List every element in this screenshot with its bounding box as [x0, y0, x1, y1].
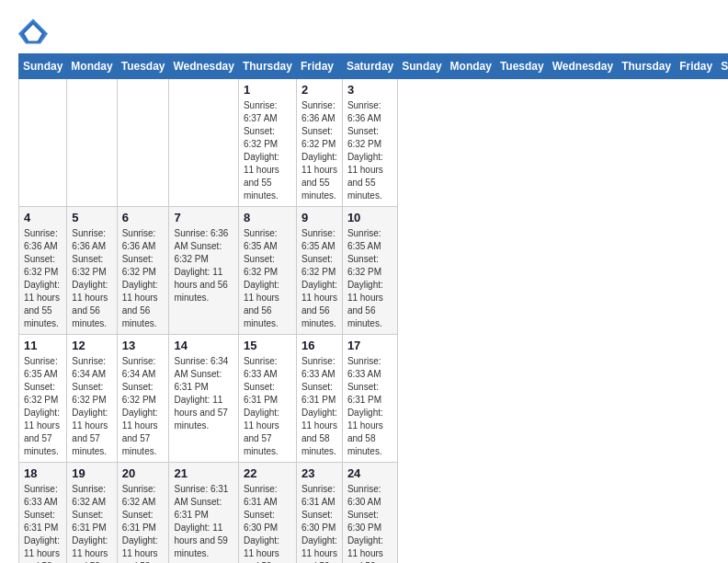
day-of-week-header: Saturday: [342, 54, 397, 79]
day-number: 22: [244, 466, 291, 480]
calendar-day-cell: [67, 79, 117, 207]
day-of-week-header: Monday: [446, 54, 495, 79]
day-number: 10: [347, 211, 392, 224]
calendar-day-cell: 6Sunrise: 6:36 AM Sunset: 6:32 PM Daylig…: [117, 207, 169, 335]
calendar-day-cell: 1Sunrise: 6:37 AM Sunset: 6:32 PM Daylig…: [238, 79, 296, 207]
day-number: 7: [174, 211, 233, 224]
calendar-day-cell: 23Sunrise: 6:31 AM Sunset: 6:30 PM Dayli…: [296, 463, 342, 564]
day-number: 21: [174, 466, 233, 480]
calendar-day-cell: 24Sunrise: 6:30 AM Sunset: 6:30 PM Dayli…: [342, 463, 397, 564]
day-number: 1: [244, 83, 291, 97]
day-info: Sunrise: 6:30 AM Sunset: 6:30 PM Dayligh…: [347, 483, 392, 563]
calendar-day-cell: 19Sunrise: 6:32 AM Sunset: 6:31 PM Dayli…: [67, 463, 117, 564]
day-info: Sunrise: 6:32 AM Sunset: 6:31 PM Dayligh…: [122, 483, 165, 563]
calendar-header-row: SundayMondayTuesdayWednesdayThursdayFrid…: [19, 54, 729, 79]
calendar-day-cell: 22Sunrise: 6:31 AM Sunset: 6:30 PM Dayli…: [238, 463, 296, 564]
day-info: Sunrise: 6:31 AM Sunset: 6:30 PM Dayligh…: [301, 483, 337, 563]
calendar-day-cell: 13Sunrise: 6:34 AM Sunset: 6:32 PM Dayli…: [117, 335, 169, 463]
day-of-week-header: Sunday: [398, 54, 446, 79]
day-number: 24: [347, 466, 392, 480]
day-info: Sunrise: 6:36 AM Sunset: 6:32 PM Dayligh…: [347, 99, 392, 202]
day-info: Sunrise: 6:35 AM Sunset: 6:32 PM Dayligh…: [244, 227, 291, 330]
day-of-week-header: Wednesday: [548, 54, 617, 79]
calendar-day-cell: 3Sunrise: 6:36 AM Sunset: 6:32 PM Daylig…: [342, 79, 397, 207]
calendar-week-row: 4Sunrise: 6:36 AM Sunset: 6:32 PM Daylig…: [19, 207, 729, 335]
calendar-day-cell: 17Sunrise: 6:33 AM Sunset: 6:31 PM Dayli…: [342, 335, 397, 463]
day-of-week-header: Wednesday: [169, 54, 238, 79]
day-info: Sunrise: 6:36 AM Sunset: 6:32 PM Dayligh…: [72, 227, 111, 330]
calendar-day-cell: 8Sunrise: 6:35 AM Sunset: 6:32 PM Daylig…: [238, 207, 296, 335]
calendar-day-cell: [117, 79, 169, 207]
calendar-day-cell: 12Sunrise: 6:34 AM Sunset: 6:32 PM Dayli…: [67, 335, 117, 463]
day-info: Sunrise: 6:35 AM Sunset: 6:32 PM Dayligh…: [301, 227, 337, 330]
day-info: Sunrise: 6:33 AM Sunset: 6:31 PM Dayligh…: [301, 355, 337, 458]
day-number: 11: [24, 339, 62, 352]
day-info: Sunrise: 6:33 AM Sunset: 6:31 PM Dayligh…: [244, 355, 291, 458]
calendar-day-cell: 18Sunrise: 6:33 AM Sunset: 6:31 PM Dayli…: [19, 463, 67, 564]
day-info: Sunrise: 6:34 AM Sunset: 6:31 PM Dayligh…: [174, 355, 233, 432]
day-number: 18: [24, 466, 62, 480]
logo: [18, 18, 50, 44]
day-info: Sunrise: 6:33 AM Sunset: 6:31 PM Dayligh…: [347, 355, 392, 458]
day-number: 20: [122, 466, 165, 480]
day-info: Sunrise: 6:36 AM Sunset: 6:32 PM Dayligh…: [174, 227, 233, 304]
page-header: [18, 18, 710, 44]
day-of-week-header: Friday: [296, 54, 342, 79]
calendar-day-cell: 5Sunrise: 6:36 AM Sunset: 6:32 PM Daylig…: [67, 207, 117, 335]
day-number: 6: [122, 211, 165, 224]
day-number: 17: [347, 339, 392, 352]
day-number: 15: [244, 339, 291, 352]
calendar-day-cell: [19, 79, 67, 207]
day-info: Sunrise: 6:36 AM Sunset: 6:32 PM Dayligh…: [301, 99, 337, 202]
day-info: Sunrise: 6:34 AM Sunset: 6:32 PM Dayligh…: [72, 355, 111, 458]
day-info: Sunrise: 6:31 AM Sunset: 6:30 PM Dayligh…: [244, 483, 291, 563]
day-info: Sunrise: 6:32 AM Sunset: 6:31 PM Dayligh…: [72, 483, 111, 563]
day-number: 4: [24, 211, 62, 224]
day-of-week-header: Saturday: [717, 54, 728, 79]
day-info: Sunrise: 6:36 AM Sunset: 6:32 PM Dayligh…: [122, 227, 165, 330]
calendar-week-row: 18Sunrise: 6:33 AM Sunset: 6:31 PM Dayli…: [19, 463, 729, 564]
day-number: 12: [72, 339, 111, 352]
calendar-week-row: 1Sunrise: 6:37 AM Sunset: 6:32 PM Daylig…: [19, 79, 729, 207]
calendar-day-cell: 4Sunrise: 6:36 AM Sunset: 6:32 PM Daylig…: [19, 207, 67, 335]
day-number: 16: [301, 339, 337, 352]
logo-icon: [18, 18, 48, 44]
calendar-week-row: 11Sunrise: 6:35 AM Sunset: 6:32 PM Dayli…: [19, 335, 729, 463]
calendar-day-cell: 9Sunrise: 6:35 AM Sunset: 6:32 PM Daylig…: [296, 207, 342, 335]
day-number: 14: [174, 339, 233, 352]
calendar-day-cell: 14Sunrise: 6:34 AM Sunset: 6:31 PM Dayli…: [169, 335, 238, 463]
day-of-week-header: Sunday: [19, 54, 67, 79]
day-info: Sunrise: 6:35 AM Sunset: 6:32 PM Dayligh…: [347, 227, 392, 330]
day-number: 19: [72, 466, 111, 480]
day-info: Sunrise: 6:37 AM Sunset: 6:32 PM Dayligh…: [244, 99, 291, 202]
day-of-week-header: Thursday: [618, 54, 676, 79]
calendar-day-cell: [169, 79, 238, 207]
day-number: 2: [301, 83, 337, 97]
day-number: 23: [301, 466, 337, 480]
calendar-day-cell: 15Sunrise: 6:33 AM Sunset: 6:31 PM Dayli…: [238, 335, 296, 463]
calendar-day-cell: 20Sunrise: 6:32 AM Sunset: 6:31 PM Dayli…: [117, 463, 169, 564]
day-of-week-header: Tuesday: [117, 54, 169, 79]
calendar-day-cell: 21Sunrise: 6:31 AM Sunset: 6:31 PM Dayli…: [169, 463, 238, 564]
day-of-week-header: Friday: [676, 54, 717, 79]
calendar-day-cell: 7Sunrise: 6:36 AM Sunset: 6:32 PM Daylig…: [169, 207, 238, 335]
calendar-day-cell: 2Sunrise: 6:36 AM Sunset: 6:32 PM Daylig…: [296, 79, 342, 207]
day-info: Sunrise: 6:31 AM Sunset: 6:31 PM Dayligh…: [174, 483, 233, 560]
day-number: 9: [301, 211, 337, 224]
day-number: 8: [244, 211, 291, 224]
day-number: 13: [122, 339, 165, 352]
day-info: Sunrise: 6:33 AM Sunset: 6:31 PM Dayligh…: [24, 483, 62, 563]
calendar-day-cell: 11Sunrise: 6:35 AM Sunset: 6:32 PM Dayli…: [19, 335, 67, 463]
day-info: Sunrise: 6:35 AM Sunset: 6:32 PM Dayligh…: [24, 355, 62, 458]
day-number: 3: [347, 83, 392, 97]
day-info: Sunrise: 6:34 AM Sunset: 6:32 PM Dayligh…: [122, 355, 165, 458]
day-of-week-header: Thursday: [238, 54, 296, 79]
calendar-day-cell: 16Sunrise: 6:33 AM Sunset: 6:31 PM Dayli…: [296, 335, 342, 463]
calendar-day-cell: 10Sunrise: 6:35 AM Sunset: 6:32 PM Dayli…: [342, 207, 397, 335]
day-number: 5: [72, 211, 111, 224]
day-info: Sunrise: 6:36 AM Sunset: 6:32 PM Dayligh…: [24, 227, 62, 330]
day-of-week-header: Tuesday: [495, 54, 548, 79]
calendar-table: SundayMondayTuesdayWednesdayThursdayFrid…: [18, 53, 728, 563]
day-of-week-header: Monday: [67, 54, 117, 79]
